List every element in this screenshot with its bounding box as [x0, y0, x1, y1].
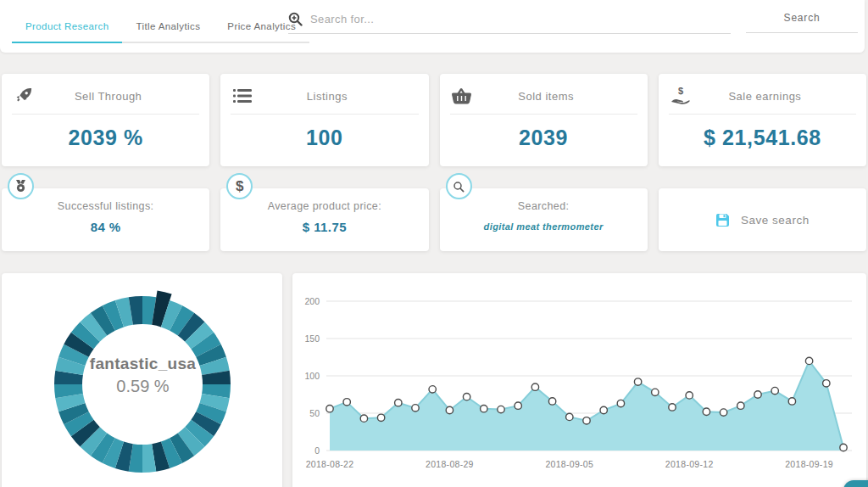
search-button[interactable]: Search [746, 12, 858, 33]
donut-chart[interactable] [2, 273, 282, 487]
stat-card-average-price: $ Average product price: $ 11.75 [220, 188, 428, 251]
svg-text:150: 150 [304, 333, 320, 344]
searched-term: digital meat thermometer [440, 221, 648, 232]
svg-text:2018-09-19: 2018-09-19 [785, 459, 833, 469]
zoom-search-icon [288, 12, 303, 26]
search-box [288, 12, 731, 34]
magnifier-icon [446, 173, 472, 199]
basket-icon [450, 85, 474, 107]
hand-dollar-icon: $ [669, 85, 693, 107]
stat-value: 84 % [2, 220, 209, 234]
save-search-button[interactable]: Save search [659, 188, 866, 251]
medal-icon [8, 173, 34, 199]
svg-text:50: 50 [309, 408, 320, 418]
area-chart-card: 0501001502002018-08-222018-08-292018-09-… [292, 273, 866, 487]
chat-widget-button[interactable] [843, 480, 868, 487]
stat-value: 2039 [440, 126, 648, 150]
svg-text:2018-09-05: 2018-09-05 [545, 459, 593, 469]
donut-chart-card: fantastic_usa 0.59 % [2, 273, 282, 487]
save-search-label: Save search [741, 214, 810, 227]
stat-title: Listings [254, 90, 416, 103]
sales-area-chart[interactable]: 0501001502002018-08-222018-08-292018-09-… [292, 273, 865, 487]
stat-value: $ 11.75 [220, 220, 428, 234]
svg-text:200: 200 [304, 296, 320, 306]
svg-text:2018-09-12: 2018-09-12 [665, 459, 714, 469]
stat-title: Searched: [440, 200, 648, 212]
save-icon [715, 213, 730, 227]
svg-text:100: 100 [304, 371, 320, 381]
stat-value: 2039 % [2, 126, 209, 150]
stat-card-listings: Listings 100 [220, 74, 428, 166]
stat-value: $ 21,541.68 [659, 126, 866, 150]
stat-card-searched: Searched: digital meat thermometer [440, 188, 648, 251]
stat-card-sell-through: Sell Through 2039 % [2, 74, 209, 166]
charts-row: fantastic_usa 0.59 % 0501001502002018-08… [2, 273, 866, 487]
stat-card-successful-listings: Successful listings: 84 % [2, 188, 209, 251]
search-input[interactable] [310, 13, 731, 25]
tab-title-analytics[interactable]: Title Analytics [122, 9, 214, 43]
stat-title: Sale earnings [693, 90, 854, 103]
list-icon [231, 85, 254, 107]
stats-row-2: Successful listings: 84 % $ Average prod… [2, 188, 866, 251]
dollar-icon: $ [226, 173, 253, 199]
svg-text:$: $ [678, 86, 683, 96]
stat-title: Successful listings: [2, 200, 209, 212]
stat-card-sale-earnings: $ Sale earnings $ 21,541.68 [659, 74, 866, 166]
stat-card-sold-items: Sold items 2039 [440, 74, 648, 166]
nav-tabs: Product Research Title Analytics Price A… [12, 9, 309, 43]
stat-title: Average product price: [220, 200, 428, 212]
svg-text:0: 0 [314, 445, 320, 456]
svg-text:2018-08-29: 2018-08-29 [426, 459, 474, 469]
stats-row-1: Sell Through 2039 % Listings 100 Sold it… [2, 74, 866, 166]
stat-title: Sell Through [36, 90, 198, 103]
stat-value: 100 [220, 126, 428, 150]
top-navigation-bar: Product Research Title Analytics Price A… [0, 0, 865, 53]
stat-title: Sold items [474, 90, 636, 103]
svg-text:2018-08-22: 2018-08-22 [306, 459, 354, 469]
tab-product-research[interactable]: Product Research [12, 9, 122, 43]
rocket-icon [12, 85, 36, 107]
